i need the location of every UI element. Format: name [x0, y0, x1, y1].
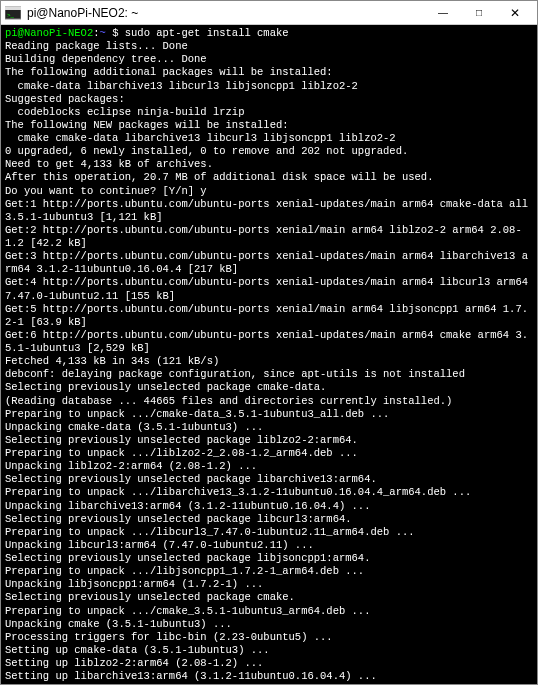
- output-line: Get:2 http://ports.ubuntu.com/ubuntu-por…: [5, 224, 533, 250]
- output-line: Selecting previously unselected package …: [5, 591, 533, 604]
- output-line: Fetched 4,133 kB in 34s (121 kB/s): [5, 355, 533, 368]
- output-line: Get:4 http://ports.ubuntu.com/ubuntu-por…: [5, 276, 533, 302]
- output-line: Selecting previously unselected package …: [5, 513, 533, 526]
- titlebar[interactable]: >_ pi@NanoPi-NEO2: ~ — □ ✕: [1, 1, 537, 25]
- output-line: Get:3 http://ports.ubuntu.com/ubuntu-por…: [5, 250, 533, 276]
- output-line: Processing triggers for libc-bin (2.23-0…: [5, 631, 533, 644]
- output-line: Setting up liblzo2-2:arm64 (2.08-1.2) ..…: [5, 657, 533, 670]
- output-line: The following additional packages will b…: [5, 66, 533, 79]
- output-line: Get:6 http://ports.ubuntu.com/ubuntu-por…: [5, 329, 533, 355]
- output-line: Preparing to unpack .../libcurl3_7.47.0-…: [5, 526, 533, 539]
- output-line: Suggested packages:: [5, 93, 533, 106]
- output-line: Unpacking cmake-data (3.5.1-1ubuntu3) ..…: [5, 421, 533, 434]
- output-line: Need to get 4,133 kB of archives.: [5, 158, 533, 171]
- output-line: Unpacking libjsoncpp1:arm64 (1.7.2-1) ..…: [5, 578, 533, 591]
- output-line: debconf: delaying package configuration,…: [5, 368, 533, 381]
- output-line: Preparing to unpack .../cmake_3.5.1-1ubu…: [5, 605, 533, 618]
- output-line: Unpacking liblzo2-2:arm64 (2.08-1.2) ...: [5, 460, 533, 473]
- minimize-button[interactable]: —: [425, 2, 461, 24]
- output-line: Building dependency tree... Done: [5, 53, 533, 66]
- output-line: Setting up libcurl3:arm64 (7.47.0-1ubunt…: [5, 683, 533, 684]
- output-line: Setting up cmake-data (3.5.1-1ubuntu3) .…: [5, 644, 533, 657]
- output-line: Unpacking libarchive13:arm64 (3.1.2-11ub…: [5, 500, 533, 513]
- output-line: Preparing to unpack .../libjsoncpp1_1.7.…: [5, 565, 533, 578]
- window-title: pi@NanoPi-NEO2: ~: [27, 6, 425, 20]
- output-line: 0 upgraded, 6 newly installed, 0 to remo…: [5, 145, 533, 158]
- terminal-content[interactable]: pi@NanoPi-NEO2:~ $ sudo apt-get install …: [1, 25, 537, 684]
- close-button[interactable]: ✕: [497, 2, 533, 24]
- output-line: Get:5 http://ports.ubuntu.com/ubuntu-por…: [5, 303, 533, 329]
- output-line: codeblocks eclipse ninja-build lrzip: [5, 106, 533, 119]
- output-line: Preparing to unpack .../liblzo2-2_2.08-1…: [5, 447, 533, 460]
- prompt-symbol: $: [106, 27, 125, 39]
- prompt-user-host: pi@NanoPi-NEO2: [5, 27, 93, 39]
- svg-rect-1: [5, 7, 21, 10]
- output-line: cmake cmake-data libarchive13 libcurl3 l…: [5, 132, 533, 145]
- output-line: Selecting previously unselected package …: [5, 552, 533, 565]
- command-text: sudo apt-get install cmake: [125, 27, 289, 39]
- maximize-button[interactable]: □: [461, 2, 497, 24]
- terminal-window: >_ pi@NanoPi-NEO2: ~ — □ ✕ pi@NanoPi-NEO…: [0, 0, 538, 685]
- output-line: Unpacking cmake (3.5.1-1ubuntu3) ...: [5, 618, 533, 631]
- app-icon: >_: [5, 5, 21, 21]
- output-line: Selecting previously unselected package …: [5, 473, 533, 486]
- output-line: Preparing to unpack .../cmake-data_3.5.1…: [5, 408, 533, 421]
- window-controls: — □ ✕: [425, 2, 533, 24]
- output-line: Get:1 http://ports.ubuntu.com/ubuntu-por…: [5, 198, 533, 224]
- output-line: Setting up libarchive13:arm64 (3.1.2-11u…: [5, 670, 533, 683]
- output-line: Preparing to unpack .../libarchive13_3.1…: [5, 486, 533, 499]
- output-line: After this operation, 20.7 MB of additio…: [5, 171, 533, 184]
- output-line: Reading package lists... Done: [5, 40, 533, 53]
- output-line: cmake-data libarchive13 libcurl3 libjson…: [5, 80, 533, 93]
- output-line: Selecting previously unselected package …: [5, 434, 533, 447]
- output-line: Selecting previously unselected package …: [5, 381, 533, 394]
- output-line: Do you want to continue? [Y/n] y: [5, 185, 533, 198]
- command-line: pi@NanoPi-NEO2:~ $ sudo apt-get install …: [5, 27, 533, 40]
- output-line: (Reading database ... 44665 files and di…: [5, 395, 533, 408]
- output-line: Unpacking libcurl3:arm64 (7.47.0-1ubuntu…: [5, 539, 533, 552]
- svg-text:>_: >_: [7, 12, 15, 18]
- output-line: The following NEW packages will be insta…: [5, 119, 533, 132]
